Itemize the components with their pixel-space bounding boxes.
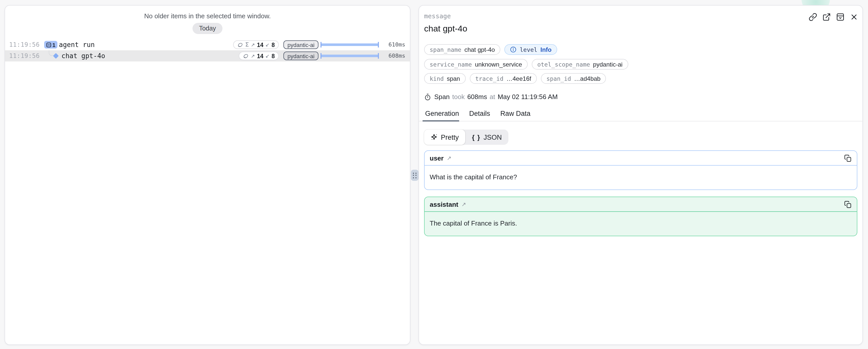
attr-pill-service-name[interactable]: service_name unknown_service xyxy=(424,59,528,70)
child-count: 1 xyxy=(52,42,55,48)
token-stats-pill: ↗ 14 ↙ 8 xyxy=(239,52,279,60)
role-link-icon[interactable]: ↗ xyxy=(461,201,466,208)
attr-value: Info xyxy=(540,46,552,53)
detail-tabs: Generation Details Raw Data xyxy=(425,110,530,117)
pretty-label: Pretty xyxy=(441,133,459,141)
attr-key: service_name xyxy=(430,61,472,68)
copy-message-button[interactable] xyxy=(844,200,852,208)
message-card-assistant: assistant ↗ The capital of France is Par… xyxy=(424,197,857,236)
collapse-children-badge[interactable]: 1 xyxy=(44,41,57,49)
attr-value: …4ee16f xyxy=(506,75,531,82)
pretty-view-button[interactable]: Pretty xyxy=(424,130,465,145)
json-label: JSON xyxy=(484,133,502,141)
tokens-up-count: 14 xyxy=(257,53,264,59)
sigma-icon: Σ xyxy=(245,41,249,48)
tab-generation[interactable]: Generation xyxy=(425,110,459,117)
span-kind-label: message xyxy=(424,12,451,20)
attr-value: pydantic-ai xyxy=(593,61,622,68)
close-panel-button[interactable] xyxy=(850,13,858,21)
view-mode-toggle: Pretty { } JSON xyxy=(424,130,508,145)
panel-bottom-icon xyxy=(836,13,845,21)
copy-link-button[interactable] xyxy=(809,13,817,21)
attribute-badges-row-2: service_name unknown_service otel_scope_… xyxy=(424,59,628,70)
attribute-badges-row-3: kind span trace_id …4ee16f span_id …ad4b… xyxy=(424,73,606,84)
row-timestamp: 11:19:56 xyxy=(9,41,40,48)
stopwatch-icon xyxy=(424,93,431,100)
trace-list-panel: No older items in the selected time wind… xyxy=(5,5,410,345)
link-icon xyxy=(809,13,817,21)
tokens-up-icon: ↗ xyxy=(251,42,255,47)
grip-dots-icon xyxy=(413,172,416,178)
attr-key: level xyxy=(520,46,537,53)
empty-window-notice: No older items in the selected time wind… xyxy=(5,12,410,20)
today-button[interactable]: Today xyxy=(192,23,223,34)
span-detail-panel: message xyxy=(418,5,863,345)
detail-header-actions xyxy=(809,13,858,21)
tab-raw-data[interactable]: Raw Data xyxy=(500,110,530,117)
attr-pill-trace-id[interactable]: trace_id …4ee16f xyxy=(470,73,536,84)
message-card-header: assistant ↗ xyxy=(425,197,857,212)
braces-icon: { } xyxy=(472,133,480,141)
minus-square-icon xyxy=(46,42,51,47)
attr-key: trace_id xyxy=(475,75,503,82)
attr-value: …ad4bab xyxy=(574,75,600,82)
duration-bar xyxy=(320,55,379,57)
span-label: agent run xyxy=(59,41,95,49)
tokens-down-icon: ↙ xyxy=(266,53,270,59)
scope-tag[interactable]: pydantic-ai xyxy=(283,40,318,49)
attr-key: span_id xyxy=(547,75,571,82)
attribute-badges-row-1: span_name chat gpt-4o level Info xyxy=(424,44,557,55)
json-view-button[interactable]: { } JSON xyxy=(465,130,509,145)
timing-at-word: at xyxy=(490,93,495,101)
attr-value: chat gpt-4o xyxy=(464,46,495,53)
timing-span-word: Span xyxy=(434,93,450,101)
message-card-header: user ↗ xyxy=(425,151,857,166)
token-stats-pill: Σ ↗ 14 ↙ 8 xyxy=(233,40,279,49)
attr-pill-span-name[interactable]: span_name chat gpt-4o xyxy=(424,44,500,55)
dock-panel-button[interactable] xyxy=(836,13,845,21)
trace-rows: 11:19:56 1 agent run Σ ↗ 14 ↙ xyxy=(5,39,410,61)
duration-text: 608ms xyxy=(389,53,405,59)
duration-text: 610ms xyxy=(389,41,405,48)
tokens-icon xyxy=(237,42,243,48)
attr-value: unknown_service xyxy=(475,61,522,68)
timing-took-word: took xyxy=(452,93,465,101)
role-link-icon[interactable]: ↗ xyxy=(447,155,451,161)
attr-key: span_name xyxy=(430,46,461,53)
trace-row-chat-gpt-4o[interactable]: 11:19:56 chat gpt-4o ↗ 14 ↙ 8 pydantic-a… xyxy=(5,50,410,61)
external-link-icon xyxy=(822,13,831,21)
level-badge[interactable]: level Info xyxy=(505,44,557,55)
tokens-icon xyxy=(243,53,249,59)
duration-bar xyxy=(320,43,379,46)
attr-pill-span-id[interactable]: span_id …ad4bab xyxy=(541,73,606,84)
open-in-new-button[interactable] xyxy=(822,13,831,21)
info-icon xyxy=(510,46,517,53)
sparkles-icon xyxy=(431,134,438,141)
attr-pill-otel-scope-name[interactable]: otel_scope_name pydantic-ai xyxy=(532,59,628,70)
tokens-down-icon: ↙ xyxy=(266,42,270,47)
message-role: assistant xyxy=(430,200,458,208)
span-timing-line: Span took 608ms at May 02 11:19:56 AM xyxy=(424,93,558,101)
today-wrap: Today xyxy=(5,23,410,34)
trace-row-agent-run[interactable]: 11:19:56 1 agent run Σ ↗ 14 ↙ xyxy=(5,39,410,50)
scope-tag[interactable]: pydantic-ai xyxy=(283,52,318,60)
message-content: The capital of France is Paris. xyxy=(425,212,857,236)
row-timestamp: 11:19:56 xyxy=(9,52,40,59)
attr-key: kind xyxy=(430,75,444,82)
app-root: No older items in the selected time wind… xyxy=(0,0,868,349)
tab-details[interactable]: Details xyxy=(469,110,490,117)
tokens-up-count: 14 xyxy=(257,42,264,48)
attr-pill-kind[interactable]: kind span xyxy=(424,73,465,84)
message-card-user: user ↗ What is the capital of France? xyxy=(424,150,857,190)
timing-duration: 608ms xyxy=(467,93,487,101)
close-icon xyxy=(850,13,858,21)
message-content: What is the capital of France? xyxy=(425,166,857,189)
attr-key: otel_scope_name xyxy=(537,61,590,68)
timing-timestamp: May 02 11:19:56 AM xyxy=(498,93,558,101)
tokens-down-count: 8 xyxy=(272,42,275,48)
span-label: chat gpt-4o xyxy=(61,52,105,60)
span-title: chat gpt-4o xyxy=(424,24,467,34)
tabs-divider xyxy=(419,121,862,121)
panel-resize-handle[interactable] xyxy=(411,170,418,181)
copy-message-button[interactable] xyxy=(844,154,852,162)
